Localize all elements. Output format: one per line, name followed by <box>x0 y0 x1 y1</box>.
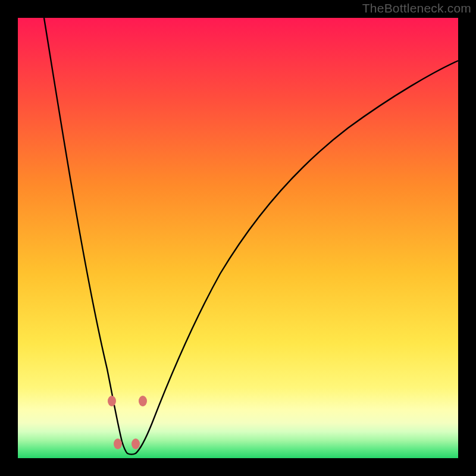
curve-marker <box>139 396 147 406</box>
plot-area <box>18 18 458 458</box>
bottleneck-curve <box>18 18 458 458</box>
watermark-text: TheBottleneck.com <box>362 1 471 15</box>
curve-marker <box>131 439 140 449</box>
curve-marker <box>108 396 116 406</box>
chart-frame: TheBottleneck.com <box>0 0 476 476</box>
curve-marker <box>114 439 122 449</box>
